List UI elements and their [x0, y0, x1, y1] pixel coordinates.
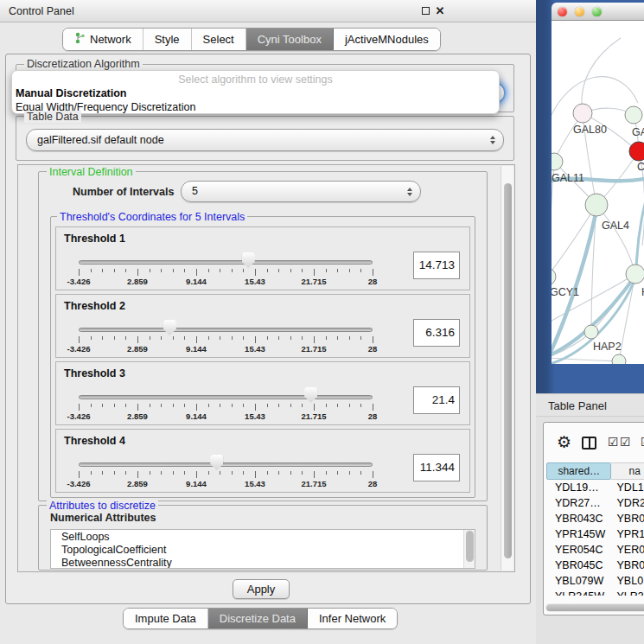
- node-label-gal11: GAL11: [552, 172, 584, 184]
- column-header-name[interactable]: na: [611, 462, 644, 480]
- table-row[interactable]: YPR145WYPR1: [546, 526, 644, 542]
- scrollbar-thumb[interactable]: [466, 531, 474, 562]
- cell-name: YBL0: [612, 573, 644, 589]
- attribute-list-item[interactable]: BetweennessCentrality: [51, 556, 475, 569]
- threshold-slider-track[interactable]: [79, 260, 373, 265]
- split-column-icon[interactable]: [582, 437, 596, 450]
- cell-name: YER0: [612, 542, 644, 558]
- tab-network[interactable]: Network: [63, 29, 143, 50]
- minimize-traffic-light-icon[interactable]: [575, 7, 584, 16]
- checkbox-icon[interactable]: ☑: [641, 434, 644, 450]
- threshold-slider-thumb[interactable]: [210, 455, 223, 470]
- table-panel-titlebar: Table Panel: [536, 393, 644, 417]
- cell-shared-name: YBL079W: [546, 573, 612, 589]
- close-traffic-light-icon[interactable]: [558, 7, 567, 16]
- node-top-right[interactable]: [625, 106, 642, 124]
- scrollbar-thumb[interactable]: [546, 604, 644, 611]
- threshold-panel-1: Threshold 1-3.4262.8599.14415.4321.71528…: [55, 226, 470, 290]
- cell-shared-name: YLR345W: [546, 589, 612, 596]
- close-icon[interactable]: ✕: [434, 5, 446, 17]
- table-row[interactable]: YBL079WYBL0: [546, 573, 644, 589]
- thresholds-group-label: Threshold's Coordinates for 5 Intervals: [57, 211, 247, 223]
- threshold-slider-thumb[interactable]: [242, 252, 255, 268]
- network-view-window: GAL80 GA C GAL11 GAL4 GCY1 H HAP2: [552, 3, 644, 364]
- table-panel: ⚙ ☑ ☑ ☑ shared… na YDL19…YDL1YDR27…YDR2Y…: [543, 422, 644, 615]
- table-row[interactable]: YER054CYER0: [546, 542, 644, 558]
- node-label-gal4: GAL4: [602, 220, 629, 232]
- algorithm-dropdown-popup: Select algorithm to view settings Manual…: [11, 70, 500, 114]
- node-bottom[interactable]: [612, 354, 626, 364]
- network-window-titlebar[interactable]: [552, 3, 644, 21]
- cytoscape-desktop: GAL80 GA C GAL11 GAL4 GCY1 H HAP2: [536, 0, 644, 393]
- threshold-slider-track[interactable]: [79, 328, 373, 332]
- threshold-value-field[interactable]: 21.4: [413, 386, 460, 414]
- attributes-scrollbar[interactable]: [463, 530, 475, 568]
- threshold-value-field[interactable]: 14.713: [413, 252, 460, 279]
- threshold-slider-track[interactable]: [79, 462, 373, 467]
- tab-select[interactable]: Select: [192, 29, 246, 50]
- network-canvas[interactable]: GAL80 GA C GAL11 GAL4 GCY1 H HAP2: [552, 21, 644, 364]
- scrollbar-thumb[interactable]: [504, 183, 512, 558]
- threshold-value-field[interactable]: 6.316: [413, 319, 460, 347]
- popup-option-manual-discretization[interactable]: Manual Discretization: [16, 87, 127, 99]
- cell-name: YPR1: [612, 526, 644, 542]
- num-intervals-combo[interactable]: 5: [181, 181, 421, 202]
- tab-infer-network[interactable]: Infer Network: [308, 609, 397, 628]
- slider-tick-ruler: [79, 404, 373, 411]
- table-row[interactable]: YLR345WYLR3: [546, 589, 644, 596]
- slider-tick-ruler: [79, 471, 373, 478]
- node-red[interactable]: [629, 142, 644, 161]
- checkbox-icon[interactable]: ☑: [608, 434, 619, 450]
- network-graph: GAL80 GA C GAL11 GAL4 GCY1 H HAP2: [552, 21, 644, 364]
- gear-icon[interactable]: ⚙: [557, 434, 571, 451]
- tab-label: Cyni Toolbox: [258, 33, 322, 46]
- threshold-label: Threshold 4: [64, 435, 125, 447]
- node-label-partial-ga: GA: [632, 126, 644, 138]
- node-gal4[interactable]: [585, 194, 608, 216]
- node-hap2[interactable]: [584, 325, 598, 339]
- zoom-traffic-light-icon[interactable]: [592, 7, 602, 16]
- attribute-list-item[interactable]: SelfLoops: [51, 530, 475, 543]
- tab-discretize-data[interactable]: Discretize Data: [208, 609, 308, 628]
- node-gal80[interactable]: [573, 104, 592, 123]
- table-data-combo[interactable]: galFiltered.sif default node: [26, 129, 504, 151]
- cell-name: YDR2: [612, 495, 644, 511]
- combo-stepper-icon: [407, 188, 412, 196]
- table-row[interactable]: YBR045CYBR0: [546, 558, 644, 573]
- tab-style[interactable]: Style: [143, 29, 192, 50]
- slider-tick-ruler: [79, 336, 373, 343]
- settings-vertical-scrollbar[interactable]: [501, 166, 513, 571]
- slider-tick-ruler: [79, 269, 373, 276]
- attribute-list-item[interactable]: TopologicalCoefficient: [51, 543, 475, 556]
- tab-label: Infer Network: [319, 612, 386, 625]
- table-horizontal-scrollbar[interactable]: [545, 603, 644, 612]
- interval-definition-label: Interval Definition: [47, 166, 136, 178]
- threshold-slider-thumb[interactable]: [163, 320, 176, 335]
- table-row[interactable]: YDL19…YDL1: [546, 480, 644, 495]
- threshold-label: Threshold 2: [64, 300, 125, 312]
- node-gal11[interactable]: [552, 153, 563, 170]
- checkbox-icon[interactable]: ☑: [620, 434, 631, 450]
- bottom-tab-bar: Impute DataDiscretize DataInfer Network: [123, 608, 398, 629]
- cell-name: YBR0: [612, 558, 644, 573]
- right-region: GAL80 GA C GAL11 GAL4 GCY1 H HAP2 Table …: [536, 0, 644, 644]
- numerical-attributes-list[interactable]: SelfLoopsTopologicalCoefficientBetweenne…: [50, 529, 475, 569]
- tab-impute-data[interactable]: Impute Data: [124, 609, 208, 628]
- tab-jactivemnodules[interactable]: jActiveMNodules: [334, 29, 440, 50]
- tab-cyni-toolbox[interactable]: Cyni Toolbox: [246, 29, 334, 50]
- table-row[interactable]: YBR043CYBR0: [546, 511, 644, 526]
- threshold-panel-3: Threshold 3-3.4262.8599.14415.4321.71528…: [55, 361, 470, 425]
- attribute-items: SelfLoopsTopologicalCoefficientBetweenne…: [51, 530, 475, 569]
- apply-button[interactable]: Apply: [233, 579, 290, 599]
- table-panel-title: Table Panel: [548, 399, 607, 412]
- threshold-slider-track[interactable]: [79, 395, 373, 399]
- column-header-shared-name[interactable]: shared…: [546, 462, 611, 480]
- threshold-slider-thumb[interactable]: [304, 387, 317, 403]
- panel-title: Control Panel: [9, 5, 74, 17]
- table-row[interactable]: YDR27…YDR2: [546, 495, 644, 511]
- float-window-icon[interactable]: [419, 5, 431, 17]
- node-gcy1[interactable]: [552, 268, 556, 285]
- node-h[interactable]: [626, 265, 644, 284]
- threshold-value-field[interactable]: 11.344: [413, 454, 460, 481]
- tab-label: Discretize Data: [220, 612, 296, 625]
